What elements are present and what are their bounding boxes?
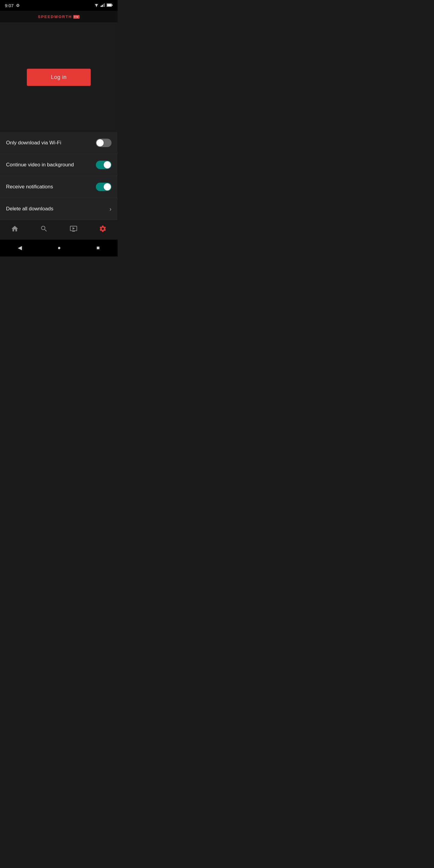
background-video-thumb — [104, 161, 111, 168]
settings-icon — [99, 225, 107, 235]
settings-list: Only download via Wi-Fi Continue video i… — [0, 132, 118, 220]
system-nav: ◀ ● ■ — [0, 240, 118, 256]
wifi-download-toggle[interactable] — [96, 138, 112, 147]
home-icon — [11, 225, 19, 235]
screen-wrapper: 9:07 ⚙ — [0, 0, 118, 256]
svg-point-0 — [96, 6, 97, 7]
nav-item-search[interactable] — [34, 223, 54, 237]
bottom-nav — [0, 220, 118, 240]
svg-rect-1 — [101, 6, 101, 7]
home-button[interactable]: ● — [52, 243, 67, 253]
svg-rect-6 — [107, 4, 111, 6]
nav-item-home[interactable] — [5, 223, 25, 237]
nav-item-settings[interactable] — [93, 223, 113, 237]
status-time: 9:07 — [5, 3, 13, 8]
svg-rect-2 — [102, 5, 103, 7]
svg-rect-7 — [112, 4, 113, 6]
back-button[interactable]: ◀ — [12, 243, 28, 253]
play-icon — [70, 225, 78, 235]
notifications-thumb — [104, 183, 111, 190]
wifi-icon — [94, 3, 99, 8]
settings-item-wifi-download: Only download via Wi-Fi — [0, 132, 118, 154]
settings-item-delete-downloads[interactable]: Delete all downloads › — [0, 198, 118, 220]
battery-icon — [107, 3, 113, 8]
gear-icon: ⚙ — [16, 3, 20, 8]
notifications-label: Receive notifications — [6, 184, 53, 190]
delete-downloads-label: Delete all downloads — [6, 206, 53, 212]
nav-item-watch[interactable] — [64, 223, 84, 237]
logo-wordmark: SPEEDWORTH — [38, 14, 72, 19]
login-button[interactable]: Log in — [27, 69, 91, 86]
settings-item-notifications: Receive notifications — [0, 176, 118, 198]
notifications-toggle[interactable] — [96, 183, 112, 191]
logo-tv-badge: TV — [73, 15, 80, 19]
background-video-toggle[interactable] — [96, 161, 112, 169]
signal-icon — [101, 3, 105, 8]
app-header: SPEEDWORTH TV — [0, 11, 118, 23]
login-section: Log in — [0, 23, 118, 131]
background-video-label: Continue video in background — [6, 162, 74, 168]
wifi-download-label: Only download via Wi-Fi — [6, 140, 61, 146]
status-bar: 9:07 ⚙ — [0, 0, 118, 11]
svg-rect-3 — [103, 4, 104, 7]
search-icon — [40, 225, 48, 235]
app-logo: SPEEDWORTH TV — [38, 14, 80, 19]
wifi-download-thumb — [96, 139, 104, 147]
recents-button[interactable]: ■ — [90, 243, 106, 253]
svg-rect-4 — [104, 3, 105, 7]
settings-item-background-video: Continue video in background — [0, 154, 118, 176]
status-icons — [94, 3, 113, 8]
chevron-right-icon: › — [110, 206, 112, 213]
